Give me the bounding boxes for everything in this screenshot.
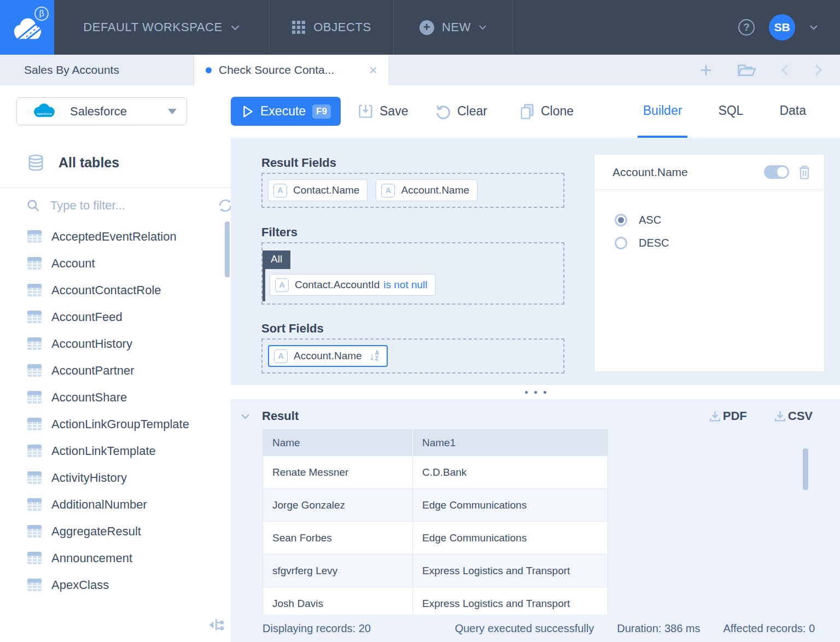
table-name: AcceptedEventRelation — [51, 230, 177, 244]
export-csv-button[interactable]: CSV — [773, 409, 813, 423]
csv-label: CSV — [788, 409, 813, 423]
next-tab-icon[interactable] — [814, 63, 822, 77]
chevron-down-icon[interactable] — [809, 25, 818, 30]
table-name: ActionLinkGroupTemplate — [51, 417, 189, 431]
clone-button[interactable]: Clone — [520, 97, 574, 126]
table-list-item[interactable]: AccountContactRole — [0, 277, 231, 304]
table-list-item[interactable]: ActivityHistory — [0, 464, 231, 491]
cell-contact-name: Jorge Gonzalez — [263, 489, 413, 521]
table-name: AggregateResult — [51, 524, 141, 539]
result-fields-dropzone[interactable]: A Contact.Name A Account.Name — [261, 173, 564, 208]
prev-tab-icon[interactable] — [781, 63, 789, 77]
table-list-item[interactable]: AggregateResult — [0, 518, 231, 545]
column-header-name[interactable]: Name — [263, 430, 413, 456]
filter-condition-chip[interactable]: A Contact.AccountId is not null — [270, 274, 436, 296]
sort-chip-label: Account.Name — [294, 350, 362, 362]
workspace-switcher[interactable]: DEFAULT WORKSPACE — [54, 0, 270, 55]
text-field-type-icon: A — [381, 184, 395, 197]
collapse-sidebar-icon[interactable] — [208, 617, 224, 635]
table-list-item[interactable]: ActionLinkGroupTemplate — [0, 411, 231, 437]
save-button[interactable]: Save — [358, 97, 408, 126]
table-list-item[interactable]: AccountShare — [0, 384, 231, 411]
table-name: AccountFeed — [51, 310, 122, 324]
table-row[interactable]: Josh Davis Express Logistics and Transpo… — [263, 587, 608, 615]
column-header-name1[interactable]: Name1 — [413, 430, 608, 456]
save-label: Save — [380, 104, 408, 119]
nav-objects[interactable]: OBJECTS — [270, 0, 394, 55]
table-list-item[interactable]: AcceptedEventRelation — [0, 223, 231, 250]
topbar: β DEFAULT WORKSPACE OBJECTS + NEW — [0, 0, 840, 55]
displaying-records: Displaying records: 20 — [262, 622, 371, 635]
cell-contact-name: Renate Messner — [263, 456, 413, 488]
copy-icon — [520, 103, 535, 120]
download-icon — [708, 410, 722, 423]
connector-name: Salesforce — [70, 104, 127, 119]
execute-label: Execute — [260, 104, 306, 119]
field-chip[interactable]: A Account.Name — [376, 179, 477, 201]
result-header: Result PDF CSV — [231, 399, 840, 428]
table-list-item[interactable]: AccountPartner — [0, 357, 231, 384]
table-filter — [0, 188, 231, 223]
table-icon — [27, 578, 42, 592]
trash-icon[interactable] — [797, 164, 812, 180]
table-list-item[interactable]: Announcement — [0, 545, 231, 571]
tab-sales-by-accounts[interactable]: Sales By Accounts — [0, 55, 194, 85]
text-field-type-icon: A — [275, 278, 289, 292]
connector-select[interactable]: salesforce Salesforce — [16, 97, 187, 125]
cell-contact-name: Sean Forbes — [263, 522, 413, 554]
statusbar: Displaying records: 20 Query executed su… — [231, 615, 840, 642]
tab-label: Check Source Conta... — [219, 63, 334, 77]
document-tabbar: Sales By Accounts Check Source Conta... … — [0, 55, 840, 85]
sort-enabled-toggle[interactable] — [764, 165, 789, 179]
table-icon — [27, 283, 42, 297]
new-tab-button[interactable]: + — [700, 60, 712, 80]
table-list-item[interactable]: ActionLinkTemplate — [0, 437, 231, 464]
export-pdf-button[interactable]: PDF — [708, 409, 747, 423]
new-menu[interactable]: + NEW — [394, 0, 513, 55]
tab-builder[interactable]: Builder — [638, 85, 688, 138]
execute-button[interactable]: Execute F9 — [231, 97, 341, 126]
select-caret-icon — [168, 109, 177, 114]
table-list-item[interactable]: AdditionalNumber — [0, 491, 231, 518]
table-icon — [27, 337, 42, 351]
filters-dropzone[interactable]: All A Contact.AccountId is not null — [261, 242, 564, 305]
table-icon — [27, 444, 42, 458]
table-icon — [27, 471, 42, 485]
filter-group-badge[interactable]: All — [262, 250, 290, 269]
tab-sql[interactable]: SQL — [713, 85, 749, 138]
field-chip[interactable]: A Contact.Name — [268, 179, 368, 201]
panel-resize-handle[interactable] — [231, 385, 840, 399]
table-list-item[interactable]: AccountHistory — [0, 330, 231, 357]
builder-content: Result Fields A Contact.Name A Account.N… — [231, 138, 840, 642]
table-row[interactable]: Sean Forbes Edge Communications — [263, 522, 608, 555]
result-scrollbar[interactable] — [803, 448, 808, 490]
sort-field-chip[interactable]: A Account.Name ↓ AZ — [268, 345, 388, 367]
tab-actions: + — [700, 55, 840, 85]
table-row[interactable]: sfgvrferg Levy Express Logistics and Tra… — [263, 555, 608, 587]
open-folder-icon[interactable] — [737, 63, 756, 78]
filter-input[interactable] — [50, 199, 208, 213]
sort-asc-option[interactable]: ASC — [594, 214, 824, 226]
result-title: Result — [262, 409, 299, 423]
table-row[interactable]: Jorge Gonzalez Edge Communications — [263, 489, 608, 522]
tab-check-source-contacts[interactable]: Check Source Conta... × — [194, 55, 388, 85]
tab-data[interactable]: Data — [774, 85, 812, 138]
collapse-result-icon[interactable] — [241, 413, 250, 419]
table-list-item[interactable]: Account — [0, 250, 231, 277]
table-list-item[interactable]: AccountFeed — [0, 304, 231, 330]
table-list-item[interactable]: ApexClass — [0, 571, 231, 598]
sort-desc-option[interactable]: DESC — [594, 237, 824, 249]
all-tables-header[interactable]: All tables — [0, 138, 231, 188]
help-icon[interactable]: ? — [738, 19, 755, 36]
sidebar-scrollbar[interactable] — [225, 221, 230, 277]
avatar[interactable]: SB — [769, 14, 795, 40]
table-row[interactable]: Renate Messner C.D.Bank — [263, 456, 608, 489]
result-table-header: Name Name1 — [263, 430, 608, 456]
radio-selected-icon — [615, 214, 627, 226]
query-duration: Duration: 386 ms — [617, 622, 700, 635]
close-icon[interactable]: × — [369, 63, 377, 77]
play-icon — [242, 105, 254, 118]
clear-button[interactable]: Clear — [435, 97, 487, 126]
sort-fields-dropzone[interactable]: A Account.Name ↓ AZ — [261, 338, 564, 373]
app-logo[interactable]: β — [0, 0, 54, 55]
